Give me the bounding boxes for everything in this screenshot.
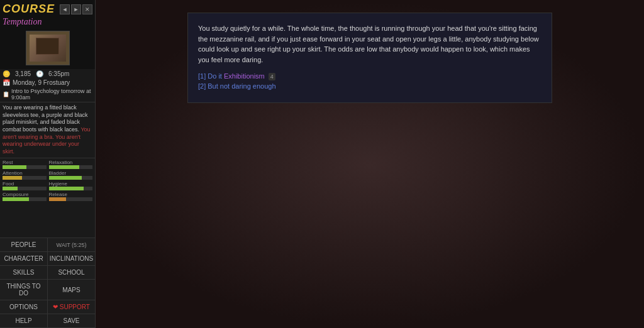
nav-row-2: CHARACTER INCLINATIONS: [0, 252, 95, 266]
people-button[interactable]: PEOPLE: [0, 238, 48, 251]
location-image: [26, 31, 70, 65]
story-box: You study quietly for a while. The whole…: [187, 13, 552, 103]
outfit-text: You are wearing a fitted black sleeveles…: [3, 104, 88, 133]
nav-arrows: ◄ ► ✕: [60, 4, 92, 14]
main-content: You study quietly for a while. The whole…: [96, 0, 644, 328]
choice-1-badge: 4: [269, 73, 275, 80]
choice-2-text: [2] But not daring enough: [198, 82, 276, 90]
nav-close-button[interactable]: ✕: [82, 4, 92, 14]
stat-rest-bar: [3, 165, 47, 169]
stat-food-bar: [3, 187, 47, 190]
event-text: Intro to Psychology tomorrow at 9:00am: [11, 88, 92, 101]
stat-food-fill: [3, 187, 18, 190]
stat-composure-label: Composure: [3, 192, 47, 197]
clock-icon: 🕐: [36, 70, 43, 77]
things-to-do-button[interactable]: THINGS TO DO: [0, 280, 48, 300]
stat-rest: Rest: [3, 160, 47, 169]
stat-release-label: Release: [49, 192, 93, 197]
nav-row-4: THINGS TO DO MAPS: [0, 280, 95, 300]
story-text: You study quietly for a while. The whole…: [198, 23, 541, 65]
sidebar-spacer: [0, 203, 95, 238]
maps-button[interactable]: MAPS: [48, 280, 95, 300]
inclinations-button[interactable]: INCLINATIONS: [48, 252, 95, 265]
stats-section: Rest Relaxation Attention Bladder: [0, 158, 95, 203]
choice-2[interactable]: [2] But not daring enough: [198, 82, 541, 90]
stat-attention-label: Attention: [3, 170, 47, 176]
game-title: COURSE: [3, 3, 55, 16]
wait-button[interactable]: WAIT (5:25): [48, 238, 95, 251]
options-button[interactable]: OPTIONS: [0, 300, 48, 314]
nav-row-1: PEOPLE WAIT (5:25): [0, 238, 95, 252]
support-button[interactable]: ❤ SUPPORT: [48, 300, 95, 314]
outfit-section: You are wearing a fitted black sleeveles…: [0, 102, 95, 158]
stat-relaxation: Relaxation: [49, 160, 93, 169]
stat-food-label: Food: [3, 181, 47, 187]
stat-rest-fill: [3, 165, 26, 169]
choice-1[interactable]: [1] Do it Exhibitionism 4: [198, 72, 541, 80]
stat-bladder-label: Bladder: [49, 170, 93, 176]
choice-1-id: [1] Do it: [198, 72, 224, 80]
school-button[interactable]: SCHOOL: [48, 266, 95, 279]
nav-back-button[interactable]: ◄: [60, 4, 70, 14]
gold-count: 3,185: [15, 70, 31, 77]
nav-row-3: SKILLS SCHOOL: [0, 266, 95, 280]
event-icon: 📋: [3, 91, 9, 97]
stat-composure: Composure: [3, 192, 47, 201]
stat-release-fill: [49, 197, 67, 201]
gold-icon: 🪙: [3, 70, 10, 77]
bottom-nav: PEOPLE WAIT (5:25) CHARACTER INCLINATION…: [0, 238, 95, 328]
stat-attention-fill: [3, 176, 22, 180]
stat-attention-bar: [3, 176, 47, 180]
sidebar-header: COURSE ◄ ► ✕ Temptation: [0, 0, 95, 69]
event-row: 📋 Intro to Psychology tomorrow at 9:00am: [0, 87, 95, 102]
heart-icon: ❤: [53, 303, 58, 310]
nav-row-6: HELP SAVE: [0, 314, 95, 328]
stat-rest-label: Rest: [3, 160, 47, 165]
stat-food: Food: [3, 181, 47, 190]
character-button[interactable]: CHARACTER: [0, 252, 48, 265]
sidebar: COURSE ◄ ► ✕ Temptation 🪙 3,185 🕐 6:35pm…: [0, 0, 96, 328]
skills-button[interactable]: SKILLS: [0, 266, 48, 279]
stat-attention: Attention: [3, 170, 47, 180]
stat-hygiene-fill: [49, 187, 84, 190]
calendar-icon: 📅: [3, 79, 10, 86]
stat-hygiene-label: Hygiene: [49, 181, 93, 187]
save-button[interactable]: SAVE: [48, 314, 95, 327]
stat-hygiene: Hygiene: [49, 181, 93, 190]
date-row: 📅 Monday, 9 Frostuary: [0, 79, 95, 87]
choice-1-tag: Exhibitionism: [224, 72, 265, 80]
stats-grid: Rest Relaxation Attention Bladder: [3, 160, 92, 202]
stat-release-bar: [49, 197, 93, 201]
stat-bladder-bar: [49, 176, 93, 180]
stat-composure-bar: [3, 197, 47, 201]
nav-row-5: OPTIONS ❤ SUPPORT: [0, 300, 95, 314]
stat-relaxation-bar: [49, 165, 93, 169]
stat-release: Release: [49, 192, 93, 201]
subtitle: Temptation: [3, 17, 92, 27]
title-nav: COURSE ◄ ► ✕: [3, 3, 92, 16]
nav-forward-button[interactable]: ►: [71, 4, 81, 14]
date-display: Monday, 9 Frostuary: [13, 79, 70, 86]
stat-relaxation-fill: [49, 165, 80, 169]
help-button[interactable]: HELP: [0, 314, 48, 327]
status-row: 🪙 3,185 🕐 6:35pm: [0, 69, 95, 79]
stat-hygiene-bar: [49, 187, 93, 190]
stat-composure-fill: [3, 197, 29, 201]
stat-relaxation-label: Relaxation: [49, 160, 93, 165]
stat-bladder-fill: [49, 176, 82, 180]
stat-bladder: Bladder: [49, 170, 93, 180]
time-display: 6:35pm: [48, 70, 69, 77]
